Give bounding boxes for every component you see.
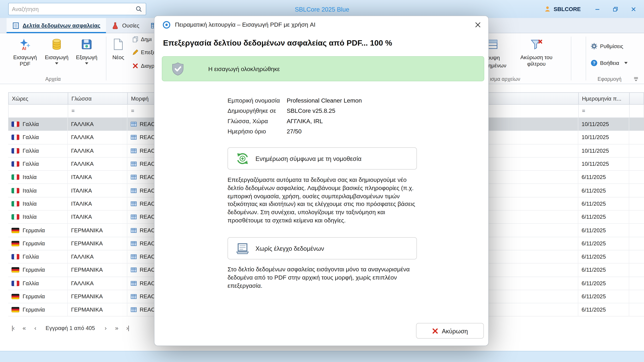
filler-cell [629, 131, 644, 144]
country-flag [12, 135, 20, 140]
country-cell-text: Γαλλία [23, 161, 39, 167]
tab-substances[interactable]: Ουσίες [106, 18, 145, 33]
column-header-countries[interactable]: Χώρες [8, 93, 68, 104]
info-label: Γλώσσα, Χώρα [228, 118, 287, 124]
format-icon [131, 280, 137, 286]
raw-import-description: Στο δελτίο δεδομένων ασφαλείας εισάγοντα… [228, 266, 418, 290]
date-cell: 10/11/2025 [578, 158, 629, 170]
equals-operator[interactable]: = [131, 108, 134, 114]
equals-operator[interactable]: = [582, 108, 585, 114]
country-cell-text: Γερμανία [23, 241, 45, 247]
update-per-legislation-button[interactable]: Ενημέρωση σύμφωνα με τη νομοθεσία [228, 147, 417, 169]
country-cell: Γαλλία [8, 118, 68, 131]
date-cell: 10/11/2025 [578, 144, 629, 157]
sblcore-logo-icon [163, 21, 170, 29]
filler-cell [629, 197, 644, 210]
filler-cell [629, 171, 644, 184]
restore-button[interactable] [606, 2, 624, 16]
pager-last-button[interactable]: ›| [122, 323, 133, 333]
equals-operator[interactable]: = [72, 108, 75, 114]
country-cell: Γαλλία [8, 158, 68, 170]
filler-cell [629, 237, 644, 250]
dialog-title: Επεξεργασία δελτίου δεδομένων ασφαλείας … [163, 38, 392, 48]
minimize-button[interactable] [588, 2, 606, 16]
ribbon-group-files: Αρχεία [0, 76, 106, 82]
delete-button[interactable]: Διαγρ [132, 61, 154, 70]
pager-fast-prev-button[interactable]: « [18, 323, 30, 333]
update-description: Επεξεργαζόμαστε αυτόματα τα δεδομένα σας… [228, 176, 418, 225]
help-button[interactable]: ? Βοήθεια [591, 58, 628, 67]
ribbon-separator [106, 36, 106, 80]
dialog-header: Πειραματική λειτουργία – Εισαγωγή PDF με… [154, 16, 488, 33]
filler-cell [629, 158, 644, 170]
info-label: Εμπορική ονομασία [228, 97, 287, 104]
country-cell-text: Γερμανία [23, 267, 45, 273]
column-header-language[interactable]: Γλώσσα [68, 93, 128, 104]
shield-check-icon [171, 62, 184, 76]
country-cell: Γαλλία [8, 144, 68, 157]
export-label: Εξαγωγή [76, 54, 97, 61]
refresh-plus-icon [235, 151, 250, 166]
import-button[interactable]: Εισαγωγή [42, 38, 72, 64]
tab-label: Δελτία δεδομένων ασφαλείας [23, 22, 100, 28]
restore-icon [612, 6, 618, 12]
country-cell-text: Γερμανία [23, 307, 45, 313]
edit-label: Επεξε [141, 49, 155, 55]
date-cell: 10/11/2025 [578, 118, 629, 131]
user-account[interactable]: SBLCORE [544, 0, 581, 18]
cancel-filter-button[interactable]: Ακύρωση τουφίλτρου [517, 38, 556, 67]
country-flag [12, 228, 20, 233]
export-button[interactable]: Εξαγωγή [72, 38, 101, 64]
country-flag [12, 175, 20, 180]
cancel-button[interactable]: Ακύρωση [416, 323, 484, 339]
save-icon [80, 38, 93, 50]
svg-text:?: ? [593, 60, 595, 65]
country-cell-text: Γερμανία [23, 227, 45, 233]
app-window: SBLCore 2025 Blue SBLCORE [0, 0, 644, 362]
hide-filtered-label-fragment-1: ρυψη [487, 55, 500, 61]
cancel-label: Ακύρωση [442, 327, 468, 334]
date-cell: 6/11/2025 [578, 250, 629, 263]
success-banner: Η εισαγωγή ολοκληρώθηκε [162, 56, 484, 81]
pager-next-button[interactable]: › [100, 323, 111, 333]
language-cell: ΓΑΛΛΙΚΑ [68, 277, 127, 290]
filter-date[interactable]: = [579, 105, 630, 117]
close-button[interactable] [624, 2, 642, 16]
new-button[interactable]: Νέος [107, 38, 130, 61]
duplicate-button[interactable]: Δημι [132, 34, 152, 43]
cancel-x-icon [432, 328, 438, 334]
pager-first-button[interactable]: |‹ [8, 323, 18, 333]
format-icon [131, 267, 137, 273]
pager-label: Εγγραφή 1 από 405 [40, 325, 100, 331]
pager-prev-button[interactable]: ‹ [30, 323, 40, 333]
tab-safety-data-sheets[interactable]: Δελτία δεδομένων ασφαλείας [6, 18, 106, 33]
language-cell: ΓΕΡΜΑΝΙΚΑ [68, 224, 127, 237]
pager-fast-next-button[interactable]: » [111, 323, 122, 333]
format-icon [131, 241, 137, 247]
filter-countries[interactable] [8, 105, 68, 117]
search-box[interactable] [8, 3, 146, 15]
column-header-date[interactable]: Ημερομηνία π... [579, 93, 630, 104]
import-pdf-button[interactable]: AI ΕισαγωγήPDF [9, 38, 41, 67]
delete-x-icon [132, 62, 138, 69]
country-cell: Ιταλία [8, 197, 68, 210]
edit-button[interactable]: Επεξε [132, 48, 155, 57]
language-cell: ΓΕΡΜΑΝΙΚΑ [68, 237, 127, 250]
language-cell: ΓΑΛΛΙΚΑ [68, 158, 127, 170]
filter-language[interactable]: = [68, 105, 128, 117]
database-icon [50, 38, 63, 50]
format-icon [131, 214, 137, 220]
no-data-check-label: Χωρίς έλεγχο δεδομένων [256, 245, 324, 252]
search-input[interactable] [8, 6, 136, 12]
filler-cell [629, 277, 644, 290]
titlebar: SBLCore 2025 Blue SBLCORE [0, 0, 644, 18]
no-data-check-button[interactable]: Χωρίς έλεγχο δεδομένων [228, 237, 417, 259]
new-label: Νέος [112, 54, 124, 61]
document-reader-icon [235, 241, 250, 256]
dialog-close-button[interactable] [472, 19, 484, 30]
hide-filtered-label-fragment-2: τημένων [486, 62, 506, 68]
date-cell: 6/11/2025 [578, 184, 629, 197]
search-icon[interactable] [136, 6, 142, 12]
ribbon-collapse-icon[interactable] [633, 76, 639, 82]
settings-button[interactable]: Ρυθμίσεις [591, 41, 623, 50]
